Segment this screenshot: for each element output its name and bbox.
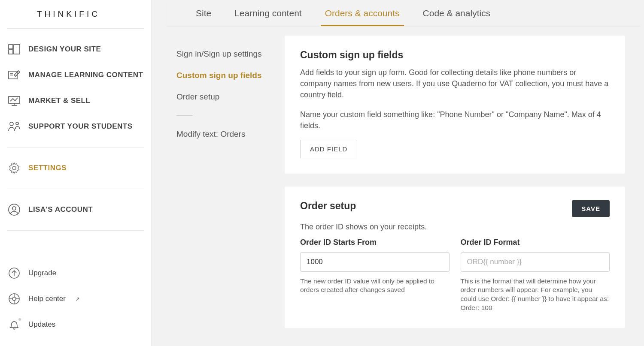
svg-point-16 bbox=[12, 297, 16, 301]
help-icon bbox=[8, 293, 21, 305]
sidebar-item-label: DESIGN YOUR SITE bbox=[28, 45, 101, 54]
tab-code-analytics[interactable]: Code & analytics bbox=[422, 1, 492, 26]
add-field-button[interactable]: ADD FIELD bbox=[300, 140, 357, 158]
sidebar-item-label: MARKET & SELL bbox=[28, 96, 90, 105]
svg-rect-2 bbox=[14, 45, 20, 54]
tab-learning[interactable]: Learning content bbox=[234, 1, 302, 26]
presentation-icon bbox=[8, 95, 21, 107]
order-id-starts-help: The new order ID value will only be appl… bbox=[300, 277, 450, 295]
tab-orders-accounts[interactable]: Orders & accounts bbox=[324, 1, 401, 26]
order-id-format-help: This is the format that will determine h… bbox=[461, 277, 610, 313]
sidebar-item-label: LISA'S ACCOUNT bbox=[28, 205, 93, 214]
logo: THINKIFIC bbox=[0, 0, 151, 28]
subnav-divider bbox=[176, 115, 193, 116]
tabs: Site Learning content Orders & accounts … bbox=[167, 0, 640, 26]
subnav-order-setup[interactable]: Order setup bbox=[176, 86, 285, 108]
svg-point-13 bbox=[12, 207, 16, 210]
sidebar-item-label: Help center bbox=[28, 295, 66, 303]
card-custom-fields: Custom sign up fields Add fields to your… bbox=[285, 36, 625, 174]
sidebar-item-label: SETTINGS bbox=[28, 164, 67, 172]
sidebar-item-upgrade[interactable]: Upgrade bbox=[0, 260, 151, 286]
order-id-format-label: Order ID Format bbox=[461, 238, 610, 247]
card-subtitle: The order ID shows on your receipts. bbox=[300, 221, 610, 232]
subnav: Sign in/Sign up settings Custom sign up … bbox=[152, 26, 285, 346]
svg-rect-1 bbox=[9, 50, 13, 54]
layout-icon bbox=[8, 43, 21, 55]
sidebar-item-design[interactable]: DESIGN YOUR SITE bbox=[0, 36, 151, 62]
students-icon bbox=[8, 120, 21, 132]
order-id-starts-input[interactable] bbox=[300, 252, 450, 272]
sidebar-item-learning[interactable]: MANAGE LEARNING CONTENT bbox=[0, 62, 151, 88]
card-title: Custom sign up fields bbox=[300, 49, 610, 61]
svg-rect-0 bbox=[9, 45, 13, 49]
sidebar-item-label: Upgrade bbox=[28, 269, 56, 277]
main-area: Site Learning content Orders & accounts … bbox=[151, 0, 644, 346]
order-id-format-input[interactable] bbox=[461, 252, 610, 272]
external-link-icon: ↗ bbox=[75, 296, 80, 302]
upgrade-icon bbox=[8, 267, 21, 279]
sidebar-item-label: Updates bbox=[28, 320, 55, 329]
sidebar-item-updates[interactable]: Updates bbox=[0, 312, 151, 337]
sidebar-item-support[interactable]: SUPPORT YOUR STUDENTS bbox=[0, 114, 151, 139]
sidebar-item-label: SUPPORT YOUR STUDENTS bbox=[28, 122, 133, 131]
tab-site[interactable]: Site bbox=[195, 1, 212, 26]
edit-content-icon bbox=[8, 69, 21, 81]
subnav-modify-text[interactable]: Modify text: Orders bbox=[176, 123, 285, 145]
sidebar-item-label: MANAGE LEARNING CONTENT bbox=[28, 71, 143, 79]
card-description-2: Name your custom field something like: "… bbox=[300, 109, 610, 131]
subnav-signin-signup[interactable]: Sign in/Sign up settings bbox=[176, 43, 285, 65]
svg-point-11 bbox=[12, 166, 16, 170]
sidebar: THINKIFIC DESIGN YOUR SITE MANAGE LEARNI… bbox=[0, 0, 151, 346]
save-button[interactable]: SAVE bbox=[572, 200, 610, 217]
sidebar-item-account[interactable]: LISA'S ACCOUNT bbox=[0, 197, 151, 223]
card-description: Add fields to your sign up form. Good fo… bbox=[300, 67, 610, 100]
bell-icon bbox=[8, 319, 21, 331]
sidebar-item-market[interactable]: MARKET & SELL bbox=[0, 88, 151, 114]
sidebar-item-help[interactable]: Help center ↗ bbox=[0, 286, 151, 312]
sidebar-item-settings[interactable]: SETTINGS bbox=[0, 155, 151, 181]
order-id-starts-label: Order ID Starts From bbox=[300, 238, 450, 247]
svg-point-10 bbox=[16, 122, 18, 125]
user-circle-icon bbox=[8, 204, 21, 216]
gear-icon bbox=[8, 162, 21, 174]
subnav-custom-fields[interactable]: Custom sign up fields bbox=[176, 65, 285, 86]
card-title: Order setup bbox=[300, 200, 356, 212]
card-order-setup: Order setup SAVE The order ID shows on y… bbox=[285, 187, 625, 328]
svg-point-9 bbox=[10, 122, 13, 126]
